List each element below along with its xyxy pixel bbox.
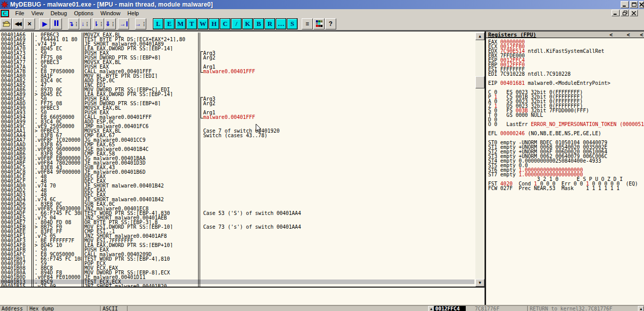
stack-comment: RETURN to kernel32.7C81776F [530,306,613,311]
disasm-instr: JMP malware0.00401FC6 [84,124,198,129]
scroll-down-button[interactable]: ▼ [475,279,485,287]
stack-scroll-up-button[interactable]: ▲ [638,306,644,311]
disasm-bytes: > 0FBEC3 [35,129,81,133]
letter-button-S[interactable]: S [287,18,298,29]
open-file-button[interactable] [1,18,12,29]
letter-button-L[interactable]: L [153,18,164,29]
menu-window[interactable]: Window [97,10,124,17]
disasm-instr: LEA EAX,DWORD PTR SS:[EBP-14] [84,46,198,51]
register-line: EIP 00401681 malware0.<ModuleEntryPoint> [488,81,644,85]
register-text: (NO,NB,E,BE,NS,PE,GE,LE) [525,131,601,136]
mdi-close-button[interactable] [630,10,638,16]
letter-button-W[interactable]: W [198,18,208,29]
disasm-bytes: .v0F84 78020000 [35,161,81,165]
letter-button-/[interactable]: / [231,18,242,29]
dump-scroll-up-button[interactable]: ▲ [428,306,434,311]
scroll-left-icon[interactable]: < [609,32,613,38]
letter-button-C[interactable]: C [220,18,231,29]
letter-button-B[interactable]: B [253,18,264,29]
disasm-instr: INC EDI [84,83,198,87]
info-pane[interactable] [0,288,485,305]
disasm-bytes: .v0F8F 1C020000 [35,138,81,142]
step-over-button[interactable]: ↓⋮ [80,18,91,29]
disasm-comment: Case 73 ('s') of switch 00401AA4 [203,225,301,229]
list-icon: ≡ [305,20,309,27]
scroll-left-icon[interactable]: < [627,32,630,38]
register-line: EDI 7C910228 ntdll.7C910228 [488,72,644,76]
disasm-addr: 00401AE5 [1,215,30,220]
disasm-bytes: > 8D45 EC [35,92,81,97]
letter-button-H[interactable]: H [209,18,219,29]
step-over-icon: ↓ [81,20,84,27]
letter-button-K[interactable]: K [242,18,253,29]
column-separator[interactable] [82,33,82,287]
registers-pane[interactable]: Registers (FPU) < < < EAX 00000000ECX 00… [486,32,644,305]
animate-over-button[interactable]: ⇓⋮ [105,18,116,29]
column-separator[interactable] [198,33,199,287]
disasm-addr: 00401B08 [1,266,30,270]
disasm-bytes: . 8BC8 [35,266,81,270]
menu-file[interactable]: File [12,10,28,17]
letter-button-E[interactable]: E [164,18,175,29]
disasm-instr: JNZ malware0.00401EC8 [84,206,198,211]
disasm-bytes: . 83E8 0C [35,202,81,206]
mydebug-window: { "window": { "title": "MyDEBUG - malwar… [0,0,644,311]
windows-list-button[interactable]: ≡ [302,18,313,29]
maximize-button[interactable] [630,1,638,8]
step-into-icon: ↴ [69,20,74,27]
disasm-scrollbar[interactable]: ▲ ▼ [475,33,485,287]
animate-into-button[interactable]: ⇂⋮ [93,18,104,29]
go-to-address-button[interactable]: →⋮ [135,18,146,29]
help-button[interactable]: ? [325,18,336,29]
column-separator [33,33,34,287]
register-value-changed: ERROR_NO_IMPERSONATION_TOKEN (0000051D [531,121,644,127]
close-program-button[interactable]: × [24,18,35,29]
run-button[interactable]: ▶ [39,18,50,29]
stack-col-divider[interactable] [527,306,528,311]
execute-till-return-button[interactable]: → [118,18,129,29]
menu-debug[interactable]: Debug [47,10,70,17]
minimize-button[interactable] [621,1,629,8]
dump-col-divider[interactable] [127,306,127,311]
stack-pane[interactable]: 0012FFC4 7C81776F RETURN to kernel32.7C8… [434,306,638,311]
menu-help[interactable]: Help [124,10,143,17]
disasm-bytes: . 804D FD 08 [35,220,81,225]
disasm-bytes: . FF75 08 [35,101,81,106]
dump-col-divider[interactable] [100,306,101,311]
mdi-restore-button[interactable] [621,10,629,16]
disasm-addr: 00401AEB [1,225,30,229]
scroll-thumb[interactable] [475,76,485,88]
menu-options[interactable]: Options [71,10,97,17]
mdi-close-icon [632,11,636,15]
dump-col-divider[interactable] [27,306,27,311]
cpu-window: 00401A66. 0FB6C3MOVZX EAX,BL00401A69. F6… [0,30,644,311]
register-text: malware0.<ModuleEntryPoint> [525,80,610,86]
x-icon: × [27,20,31,27]
step-into-button[interactable]: ↴⋮ [68,18,79,29]
mdi-document-icon[interactable]: C [1,10,9,17]
close-button[interactable] [639,1,644,8]
letter-button-T[interactable]: T [186,18,197,29]
letter-button-...[interactable]: … [276,18,286,29]
letter-button-R[interactable]: R [265,18,275,29]
disasm-bytes: . 897D 0C [35,87,81,92]
disasm-bytes: .v0F84 FE010000 [35,275,81,279]
scroll-up-button[interactable]: ▲ [475,33,485,40]
pause-button[interactable] [51,18,62,29]
mdi-restore-icon [623,11,627,15]
arg-bracket [201,97,203,118]
disasm-comment: Case 53 ('S') of switch 00401AA4 [203,211,301,215]
disasm-instr: SUB EAX,0C [84,202,198,206]
disasm-instr: PUSH DWORD PTR SS:[EBP+8] [84,55,198,60]
menu-view[interactable]: View [28,10,47,17]
mdi-minimize-button[interactable] [611,10,620,16]
disasm-instr: TEST WORD PTR SS:[EBP-4],830 [84,211,198,215]
letter-button-M[interactable]: M [175,18,186,29]
appearance-button[interactable] [313,18,325,29]
stack-selected-address[interactable]: 0012FFC4 [434,306,466,311]
restart-button[interactable]: ◀◀ [12,18,23,29]
title-bar: MyDEBUG - malware01.exe - [MPU - main th… [0,0,644,9]
disasm-instr: SUB EAX,43 [84,165,198,170]
scroll-left-icon[interactable]: < [640,32,643,38]
column-separator[interactable] [31,33,32,287]
